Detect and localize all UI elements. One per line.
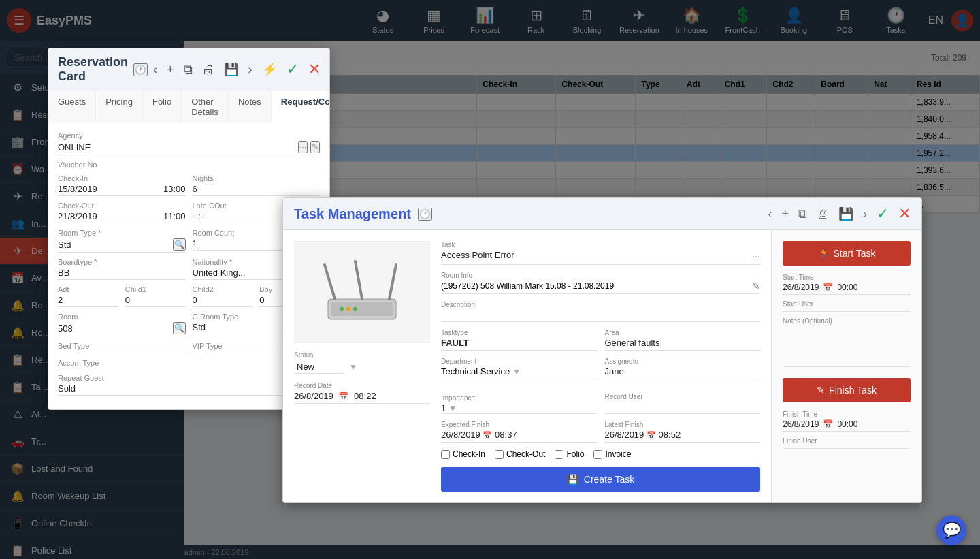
prev-button[interactable]: ‹ bbox=[153, 63, 157, 77]
folio-checkbox-label[interactable]: Folio bbox=[555, 449, 584, 459]
finish-time-cal: 📅 bbox=[823, 419, 833, 429]
exp-finish-cal: 📅 bbox=[483, 431, 492, 439]
checkin-date: 15/8/2019 bbox=[58, 184, 97, 194]
finish-time-date: 26/8/2019 bbox=[783, 419, 819, 429]
adt-val: 2 bbox=[58, 295, 63, 305]
child2-val: 0 bbox=[193, 295, 197, 305]
accom-row: Accom Type bbox=[58, 359, 320, 374]
invoice-checkbox-label[interactable]: Invoice bbox=[593, 449, 631, 459]
status-caret: ▼ bbox=[349, 362, 357, 372]
guests-row: Adt 2 Child1 0 Child2 0 Bby 0 bbox=[58, 285, 320, 313]
status-section: Status New Processing Completed ▼ Record… bbox=[294, 351, 430, 404]
groom-type: Std bbox=[193, 322, 206, 332]
invoice-checkbox[interactable] bbox=[593, 450, 602, 459]
room-info-value: (1957262) 508 William Mark 15.08 - 21.08… bbox=[441, 281, 752, 291]
task-content-row: Status New Processing Completed ▼ Record… bbox=[294, 241, 760, 492]
checkin-checkbox-label[interactable]: Check-In bbox=[441, 449, 485, 459]
next-button[interactable]: › bbox=[248, 63, 252, 77]
chat-bubble-button[interactable]: 💬 bbox=[936, 515, 966, 545]
task-close-btn[interactable]: ✕ bbox=[898, 205, 911, 223]
checkout-checkbox[interactable] bbox=[495, 450, 504, 459]
exp-finish-time: 08:37 bbox=[495, 430, 517, 440]
folio-checkbox[interactable] bbox=[555, 450, 564, 459]
room-search-btn[interactable]: 🔍 bbox=[173, 322, 186, 334]
start-time-time: 00:00 bbox=[837, 283, 858, 292]
add-button[interactable]: + bbox=[167, 63, 174, 77]
late-cout: --:-- bbox=[193, 211, 207, 221]
svg-line-4 bbox=[389, 265, 396, 299]
exp-finish-date: 26/8/2019 bbox=[441, 430, 480, 440]
tab-folio[interactable]: Folio bbox=[143, 91, 182, 123]
finish-task-button[interactable]: ✎ Finish Task bbox=[783, 378, 911, 402]
tab-notes[interactable]: Notes bbox=[229, 91, 272, 123]
tab-other-details[interactable]: Other Details bbox=[182, 91, 229, 123]
room-count: 1 bbox=[193, 238, 197, 249]
room-type: Std bbox=[58, 240, 71, 250]
room-type-search[interactable]: 🔍 bbox=[173, 238, 186, 251]
dept-value: Technical Service bbox=[441, 366, 510, 377]
start-task-icon: 🏃 bbox=[818, 248, 830, 259]
checkin-checkbox[interactable] bbox=[441, 450, 450, 459]
finish-time-time: 00:00 bbox=[837, 419, 858, 429]
checkout-row: Check-Out 21/8/2019 11:00 Late COut --:-… bbox=[58, 202, 320, 229]
close-res-card-button[interactable]: ✕ bbox=[308, 61, 321, 78]
flash-button[interactable]: ⚡ bbox=[262, 62, 277, 77]
checkout-time: 11:00 bbox=[163, 211, 186, 221]
record-date: 26/8/2019 bbox=[294, 391, 333, 401]
room-val: 508 bbox=[58, 323, 73, 334]
finish-task-icon: ✎ bbox=[817, 385, 825, 396]
importance-caret: ▼ bbox=[448, 404, 457, 413]
room-info-edit[interactable]: ✎ bbox=[752, 281, 760, 291]
task-device-image bbox=[294, 241, 430, 343]
bby-val: 0 bbox=[259, 295, 264, 305]
create-task-button[interactable]: 💾 Create Task bbox=[441, 467, 760, 492]
res-card-toolbar: ‹ + ⧉ 🖨 💾 › ⚡ ✓ ✕ bbox=[153, 61, 321, 78]
roomtype-row: Room Type * Std 🔍 Room Count 1 bbox=[58, 229, 320, 258]
checkout-checkbox-label[interactable]: Check-Out bbox=[495, 449, 545, 459]
tab-request-complaint[interactable]: Request/Complaint bbox=[272, 91, 330, 123]
start-time-date: 26/8/2019 bbox=[783, 283, 819, 292]
res-card-header: Reservation Card 🕐 ‹ + ⧉ 🖨 💾 › ⚡ ✓ ✕ bbox=[48, 48, 329, 91]
task-print-btn[interactable]: 🖨 bbox=[817, 207, 829, 221]
task-copy-btn[interactable]: ⧉ bbox=[798, 207, 807, 221]
dept-caret: ▼ bbox=[512, 367, 521, 377]
confirm-button[interactable]: ✓ bbox=[287, 61, 299, 78]
status-row: New Processing Completed ▼ bbox=[294, 360, 430, 374]
tab-guests[interactable]: Guests bbox=[48, 91, 96, 123]
svg-line-3 bbox=[355, 261, 362, 299]
task-modal-title: Task Management bbox=[294, 206, 411, 222]
room-row: Room 508 🔍 G.Room Type Std bbox=[58, 313, 320, 342]
repeat-guest-field: Repeat Guest Sold ▼ bbox=[58, 374, 320, 396]
task-confirm-btn[interactable]: ✓ bbox=[877, 205, 889, 223]
start-task-button[interactable]: 🏃 Start Task bbox=[783, 241, 911, 266]
task-next-btn[interactable]: › bbox=[863, 207, 867, 221]
router-svg bbox=[308, 251, 416, 333]
importance-select-wrap: 1 ▼ bbox=[441, 403, 597, 413]
lat-finish-time: 08:52 bbox=[659, 430, 681, 440]
voucher-field: Voucher No bbox=[58, 161, 320, 169]
task-fields: Task Access Point Error ··· Room Info (1… bbox=[441, 241, 760, 492]
status-select[interactable]: New Processing Completed bbox=[294, 360, 344, 374]
task-save-btn[interactable]: 💾 bbox=[838, 206, 853, 221]
child1-val: 0 bbox=[125, 295, 130, 305]
save-button[interactable]: 💾 bbox=[224, 62, 239, 77]
checkin-row: Check-In 15/8/2019 13:00 Nights 6 bbox=[58, 174, 320, 202]
agency-edit-btn[interactable]: ✎ bbox=[310, 141, 320, 153]
task-menu-btn[interactable]: ··· bbox=[752, 251, 760, 261]
task-prev-btn[interactable]: ‹ bbox=[768, 207, 772, 221]
nationality: United King... bbox=[193, 268, 246, 278]
start-user-value bbox=[783, 309, 911, 312]
task-management-modal: Task Management 🕐 ‹ + ⧉ 🖨 💾 › ✓ ✕ bbox=[282, 197, 922, 503]
task-add-btn[interactable]: + bbox=[781, 207, 789, 221]
task-modal-body: Status New Processing Completed ▼ Record… bbox=[283, 230, 921, 502]
finish-user-value bbox=[783, 446, 911, 449]
copy-button[interactable]: ⧉ bbox=[184, 63, 193, 77]
tab-pricing[interactable]: Pricing bbox=[96, 91, 143, 123]
history-button[interactable]: 🕐 bbox=[133, 63, 148, 76]
importance-value: 1 bbox=[441, 403, 446, 413]
lat-finish-cal: 📅 bbox=[647, 431, 656, 439]
res-card-title: Reservation Card bbox=[58, 55, 128, 84]
agency-menu-btn[interactable]: ··· bbox=[298, 141, 308, 153]
print-button[interactable]: 🖨 bbox=[202, 63, 214, 77]
task-history-btn[interactable]: 🕐 bbox=[418, 208, 432, 221]
